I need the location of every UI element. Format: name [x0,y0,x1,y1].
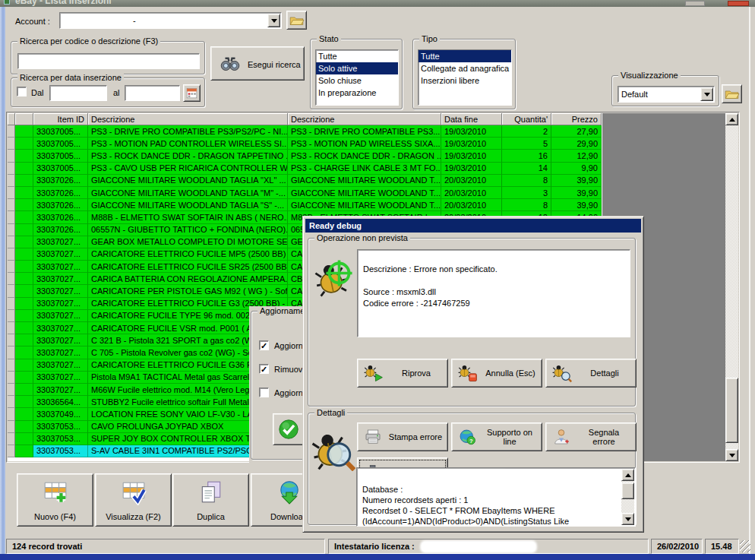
date-to-input[interactable] [125,85,180,101]
grid-column-header[interactable]: Descrizione [88,113,288,125]
database-name-redaction [409,472,507,481]
aggiornamento-checkbox[interactable]: ✓ [259,340,269,350]
minimize-button[interactable] [685,1,705,6]
scroll-thumb[interactable] [621,482,634,499]
grid-cell [8,187,15,199]
visualizzazione-combo-arrow[interactable] [700,87,713,101]
nuovo-button[interactable]: Nuovo (F4) [17,473,93,527]
grid-cell-prezzo: 27,90 [551,125,602,138]
date-from-input[interactable] [49,85,107,101]
grid-cell [15,224,33,236]
riprova-button[interactable]: Riprova [357,359,448,388]
search-run-button[interactable]: Esegui ricerca [210,46,305,81]
grid-column-header[interactable]: Descrizione [288,113,441,125]
grid-cell [8,138,15,150]
grid-cell-id: 33037027... [33,359,88,372]
stato-option[interactable]: Solo attive [316,62,398,74]
report-person-icon [552,428,570,446]
details-scrollbar[interactable] [621,469,634,525]
dettagli-button[interactable]: Dettagli [545,359,637,388]
annulla-button[interactable]: Annulla (Esc) [451,359,542,388]
grid-cell [8,322,15,334]
visualizza-button[interactable]: Visualizza (F2) [95,473,172,527]
account-folder-button[interactable] [286,11,307,30]
grid-cell [15,372,33,384]
grid-cell-id: 33037026... [33,211,88,223]
table-row[interactable]: 33037026...GIACCONE MILITARE WOODLAND TA… [8,187,602,199]
grid-column-header[interactable]: Item ID [33,113,88,125]
stampa-errore-button[interactable]: Stampa errore [357,422,448,451]
duplica-button[interactable]: Duplica [172,473,249,527]
grid-cell [8,334,15,346]
grid-cell-qta: 8 [502,175,551,187]
tipo-option[interactable]: Collegate ad anagrafica [419,62,511,74]
grid-column-header[interactable]: Data fine [441,113,502,125]
window-border-right [749,7,750,554]
chevron-down-icon [271,19,277,23]
aggiornamento-checkbox[interactable]: ✓ [259,364,269,374]
grid-cell [15,408,33,420]
scroll-thumb[interactable] [725,378,738,443]
aggiornamento-checkbox[interactable] [259,388,269,397]
account-combobox[interactable]: - [59,12,282,29]
grid-column-header[interactable] [15,113,33,125]
grid-cell-qta: 2 [502,125,551,138]
close-button[interactable] [728,1,749,6]
license-label: Intestatario licenza : [334,542,415,551]
grid-cell-d2: GIACCONE MILITARE WOODLAND T... [288,187,441,199]
table-row[interactable]: 33037005...PS3 - DRIVE PRO COMPATIBLE PS… [8,125,602,138]
grid-cell [8,199,15,211]
arrow-up-icon [625,473,631,477]
tipo-option[interactable]: Inserzioni libere [419,74,511,87]
visualizzazione-folder-button[interactable] [722,84,742,103]
scroll-down-button[interactable] [725,449,738,461]
grid-cell-d2: GIACCONE MILITARE WOODLAND T... [288,175,441,187]
grid-cell-d1: GEAR BOX METALLO COMPLETO DI MOTORE SE..… [88,236,288,248]
grid-vertical-scrollbar[interactable] [725,113,738,461]
grid-cell [8,445,15,457]
calendar-button[interactable] [183,84,201,102]
dettagli-group-label: Dettagli [314,408,347,418]
table-row[interactable]: 33037005...PS3 - MOTION PAD CONTROLLER W… [8,138,602,150]
grid-cell [15,236,33,248]
grid-column-header[interactable]: Prezzo [551,113,602,125]
grid-cell-id: 33037027... [33,285,88,297]
scroll-up-button[interactable] [621,469,634,481]
supporto-online-button[interactable]: ? Supporto on line [451,422,542,451]
grid-cell [8,285,15,297]
grid-cell-prezzo: 39,90 [551,187,602,199]
table-row[interactable]: 33037005...PS3 - ROCK DANCE DDR - DRAGON… [8,150,602,162]
aggiornamento-apply-button[interactable] [273,413,305,445]
scroll-down-button[interactable] [621,513,634,525]
grid-cell [8,224,15,236]
window-title: eBay - Lista Inserzioni [15,0,112,6]
account-value: - [133,16,136,25]
window-border-left [0,7,5,554]
stato-option[interactable]: Tutte [316,50,398,62]
grid-cell-id: 33037005... [33,150,88,162]
debug-dialog-titlebar[interactable]: Ready debug [305,219,641,233]
app-icon [4,0,10,5]
grid-cell-fine: 20/03/2010 [441,199,502,211]
stato-option[interactable]: In preparazione [316,87,398,99]
grid-cell-d2: PS3 - DRIVE PRO COMPATIBLE PS3... [288,125,441,138]
grid-cell-id: 33037027... [33,236,88,248]
dal-checkbox[interactable] [17,87,27,96]
resize-grip[interactable] [740,540,750,552]
grid-cell-id: 33037027... [33,384,88,396]
table-row[interactable]: 33037026...GIACCONE MILITARE WOODLAND TA… [8,175,602,187]
table-row[interactable]: 33037026...GIACCONE MILITARE WOODLAND TA… [8,199,602,211]
grid-column-header[interactable] [8,113,15,125]
scroll-up-button[interactable] [725,113,738,125]
table-row[interactable]: 33037005...PS3 - CAVO USB PER RICARICA C… [8,163,602,175]
folder-icon [724,87,740,101]
account-combo-arrow[interactable] [267,14,280,27]
tipo-option[interactable]: Tutte [419,50,511,62]
search-input[interactable] [17,53,200,69]
segnala-errore-button[interactable]: Segnala errore [545,422,637,451]
tipo-listbox[interactable]: TutteCollegate ad anagraficaInserzioni l… [418,49,512,106]
visualizzazione-combobox[interactable]: Default [618,86,715,103]
grid-column-header[interactable]: Quantita' [502,113,551,125]
stato-option[interactable]: Solo chiuse [316,74,398,87]
stato-listbox[interactable]: TutteSolo attiveSolo chiuseIn preparazio… [315,49,399,106]
